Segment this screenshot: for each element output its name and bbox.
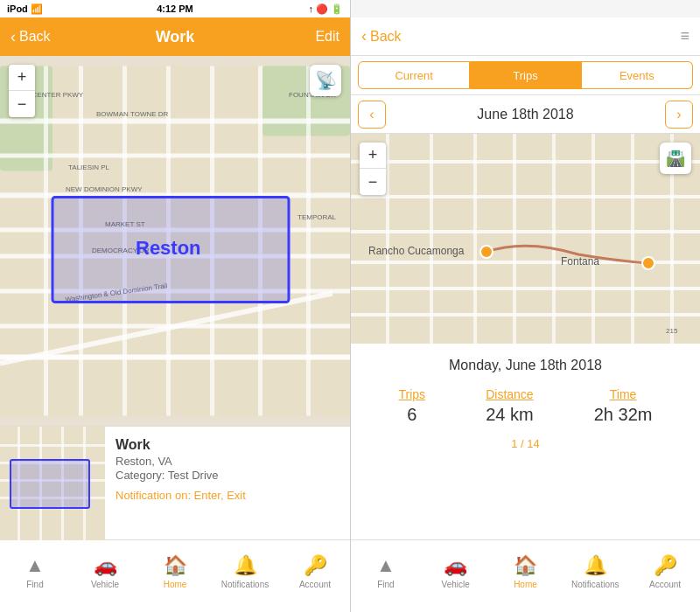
tab-account-left[interactable]: 🔑 Account <box>280 554 350 589</box>
tab-notifications-label-right: Notifications <box>571 580 619 589</box>
zoom-in-button-right[interactable]: + <box>360 143 386 169</box>
svg-rect-53 <box>631 134 634 344</box>
back-button-right[interactable]: ‹ Back <box>361 27 402 45</box>
pagination-indicator: 1 / 14 <box>511 437 540 450</box>
zoom-out-button-right[interactable]: − <box>360 169 386 195</box>
stat-distance: Distance 24 km <box>486 387 533 425</box>
status-bar-left: iPod 📶 4:12 PM ↑ 🔴 🔋 <box>0 0 350 17</box>
svg-text:Rancho Cucamonga: Rancho Cucamonga <box>368 245 465 257</box>
find-icon: ▲ <box>25 554 45 577</box>
time-display: 4:12 PM <box>157 3 193 14</box>
tab-find-right[interactable]: ▲ Find <box>351 554 421 589</box>
tab-events[interactable]: Events <box>582 61 693 89</box>
home-icon: 🏠 <box>164 554 187 577</box>
svg-rect-46 <box>351 313 700 316</box>
tab-find-left[interactable]: ▲ Find <box>0 554 70 589</box>
svg-rect-42 <box>351 195 700 198</box>
tab-notifications-left[interactable]: 🔔 Notifications <box>210 554 280 589</box>
tab-account-label-left: Account <box>299 580 331 589</box>
info-panel-left: Work Reston, VA Category: Test Drive Not… <box>0 426 350 539</box>
tab-vehicle-left[interactable]: 🚗 Vehicle <box>70 554 140 589</box>
svg-text:Reston: Reston <box>136 237 201 259</box>
info-area-right: Monday, June 18th 2018 Trips 6 Distance … <box>351 344 700 539</box>
tab-vehicle-right[interactable]: 🚗 Vehicle <box>421 554 491 589</box>
info-details-left: Work Reston, VA Category: Test Drive Not… <box>105 427 350 539</box>
menu-button-right[interactable]: ≡ <box>680 27 690 45</box>
notifications-icon-left: 🔔 <box>234 554 257 577</box>
thumb-svg <box>0 427 105 540</box>
tab-account-right[interactable]: 🔑 Account <box>630 554 700 589</box>
svg-rect-50 <box>513 134 516 344</box>
svg-rect-40 <box>351 134 700 344</box>
location-name: Work <box>116 437 340 453</box>
back-button-left[interactable]: ‹ Back <box>10 28 51 46</box>
map-left: BOWMAN TOWNE DR NEW DOMINION PKWY MARKET… <box>0 56 350 426</box>
svg-rect-17 <box>306 66 311 416</box>
navbar-right: ‹ Back ≡ <box>351 17 700 56</box>
tab-home-left[interactable]: 🏠 Home <box>140 554 210 589</box>
svg-text:NEW DOMINION PKWY: NEW DOMINION PKWY <box>66 185 143 193</box>
battery-indicator: ↑ 🔴 🔋 <box>308 3 343 15</box>
svg-point-58 <box>642 257 654 269</box>
home-icon-right: 🏠 <box>514 554 537 577</box>
svg-rect-10 <box>0 355 350 360</box>
map-svg-right: Rancho Cucamonga Fontana 215 <box>351 134 700 344</box>
find-icon-right: ▲ <box>376 554 396 577</box>
account-icon-right: 🔑 <box>654 554 677 577</box>
tab-current[interactable]: Current <box>358 61 470 89</box>
notifications-icon-right: 🔔 <box>584 554 607 577</box>
account-icon-left: 🔑 <box>304 554 327 577</box>
satellite-button-left[interactable]: 📡 <box>310 65 341 96</box>
svg-rect-45 <box>351 287 700 290</box>
svg-rect-48 <box>430 134 433 344</box>
tab-home-label-right: Home <box>514 580 537 589</box>
tab-trips[interactable]: Trips <box>470 61 581 89</box>
svg-rect-11 <box>44 66 48 416</box>
trip-date-label: Monday, June 18th 2018 <box>449 358 602 373</box>
trips-value: 6 <box>407 405 416 425</box>
tab-home-right[interactable]: 🏠 Home <box>491 554 561 589</box>
road-sign-button[interactable]: 🛣️ <box>660 143 691 174</box>
svg-text:TALIESIN PL: TALIESIN PL <box>68 163 110 171</box>
svg-rect-43 <box>351 230 700 233</box>
svg-rect-52 <box>592 134 595 344</box>
next-date-button[interactable]: › <box>665 101 693 129</box>
prev-date-button[interactable]: ‹ <box>358 101 386 129</box>
svg-text:215: 215 <box>666 327 678 335</box>
svg-text:BOWMAN TOWNE DR: BOWMAN TOWNE DR <box>96 110 169 118</box>
svg-point-57 <box>480 246 493 258</box>
tab-vehicle-label-right: Vehicle <box>442 580 470 589</box>
zoom-in-button-left[interactable]: + <box>9 65 35 91</box>
navbar-left: ‹ Back Work Edit <box>0 17 350 56</box>
right-panel: ‹ Back ≡ Current Trips Events ‹ June 18t… <box>350 0 700 612</box>
status-bar-right <box>351 0 700 17</box>
tab-bar-right: ▲ Find 🚗 Vehicle 🏠 Home 🔔 Notifications … <box>351 539 700 612</box>
chevron-left-icon: ‹ <box>10 28 16 46</box>
stat-trips: Trips 6 <box>399 387 426 425</box>
device-label: iPod 📶 <box>7 3 43 15</box>
trips-label[interactable]: Trips <box>399 387 426 401</box>
tabs-row-right: Current Trips Events <box>351 56 700 95</box>
tab-bar-left: ▲ Find 🚗 Vehicle 🏠 Home 🔔 Notifications … <box>0 539 350 612</box>
svg-rect-39 <box>10 460 89 508</box>
svg-rect-49 <box>473 134 477 344</box>
vehicle-icon-right: 🚗 <box>444 554 467 577</box>
tab-notifications-right[interactable]: 🔔 Notifications <box>560 554 630 589</box>
stat-time: Time 2h 32m <box>594 387 653 425</box>
tab-vehicle-label-left: Vehicle <box>91 580 119 589</box>
time-label[interactable]: Time <box>610 387 637 401</box>
map-zoom-controls-right: + − <box>360 143 386 195</box>
edit-button[interactable]: Edit <box>315 29 340 45</box>
svg-rect-4 <box>0 154 350 158</box>
tab-find-label-left: Find <box>26 580 43 589</box>
stats-row: Trips 6 Distance 24 km Time 2h 32m <box>368 387 682 425</box>
location-address: Reston, VA <box>116 455 340 468</box>
vehicle-icon: 🚗 <box>94 554 117 577</box>
zoom-out-button-left[interactable]: − <box>9 91 35 117</box>
road-sign-icon: 🛣️ <box>666 149 685 168</box>
tab-home-label-left: Home <box>164 580 187 589</box>
svg-rect-31 <box>0 444 105 447</box>
tab-notifications-label-left: Notifications <box>221 580 269 589</box>
distance-label[interactable]: Distance <box>486 387 533 401</box>
page-title-left: Work <box>156 28 195 46</box>
